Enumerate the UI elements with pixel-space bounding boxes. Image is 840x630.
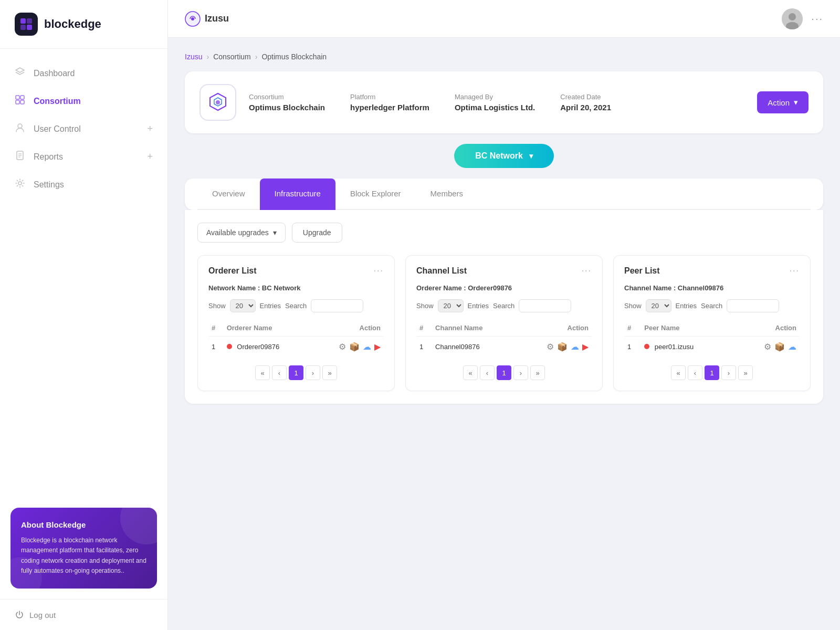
peer-row-num: 1 — [624, 337, 641, 358]
sidebar-label-consortium: Consortium — [34, 97, 81, 106]
channel-network-label: Orderer Name : Orderer09876 — [416, 284, 592, 292]
lists-grid: Orderer List ··· Network Name : BC Netwo… — [197, 255, 811, 391]
orderer-search-input[interactable] — [311, 299, 363, 312]
platform-label: Platform — [350, 93, 429, 101]
channel-row-name: Channel09876 — [432, 337, 516, 358]
peer-gear-icon[interactable]: ⚙ — [764, 342, 771, 352]
peer-list-controls: Show 20 Entries Search — [624, 299, 800, 312]
peer-show-select[interactable]: 20 — [646, 299, 671, 312]
orderer-page-last[interactable]: » — [322, 365, 337, 380]
orderer-search-label: Search — [285, 302, 307, 310]
platform-field: Platform hyperledger Platform — [350, 93, 429, 112]
orderer-page-prev[interactable]: ‹ — [272, 365, 287, 380]
orderer-page-1[interactable]: 1 — [289, 365, 303, 380]
peer-page-last[interactable]: » — [738, 365, 753, 380]
channel-page-1[interactable]: 1 — [497, 365, 511, 380]
peer-list-menu[interactable]: ··· — [790, 266, 800, 276]
peer-page-1[interactable]: 1 — [705, 365, 719, 380]
peer-table: # Peer Name Action 1 peer01.izusu — [624, 320, 800, 357]
peer-box-icon[interactable]: 📦 — [774, 342, 785, 352]
action-dropdown-arrow: ▾ — [794, 98, 798, 107]
breadcrumb-optimus: Optimus Blockchain — [261, 52, 327, 61]
channel-show-select[interactable]: 20 — [438, 299, 464, 312]
orderer-play-icon[interactable]: ▶ — [374, 342, 381, 352]
app-name: blockedge — [44, 17, 101, 31]
sidebar-item-user-control[interactable]: User Control + — [0, 115, 167, 143]
channel-col-num: # — [416, 320, 432, 337]
table-row: 1 peer01.izusu ⚙ 📦 ☁ — [624, 337, 800, 358]
channel-show-label: Show — [416, 302, 434, 310]
orderer-row-action: ⚙ 📦 ☁ ▶ — [312, 337, 384, 358]
channel-play-icon[interactable]: ▶ — [582, 342, 589, 352]
logout-button[interactable]: Log out — [0, 599, 167, 630]
peer-page-next[interactable]: › — [721, 365, 736, 380]
channel-list-header: Channel List ··· — [416, 266, 592, 276]
tab-block-explorer[interactable]: Block Explorer — [335, 178, 416, 210]
app-logo-icon — [15, 13, 38, 36]
channel-list-title: Channel List — [416, 266, 467, 276]
user-control-plus-icon[interactable]: + — [147, 123, 153, 134]
orderer-cloud-icon[interactable]: ☁ — [363, 342, 371, 352]
svg-rect-5 — [20, 96, 24, 99]
svg-rect-0 — [20, 18, 26, 24]
orderer-col-action: Action — [312, 320, 384, 337]
topbar-right: ··· — [782, 8, 823, 29]
sidebar-label-dashboard: Dashboard — [34, 69, 75, 78]
network-selector: BC Network ▾ — [185, 144, 823, 168]
tab-block-explorer-label: Block Explorer — [350, 189, 401, 198]
orderer-page-first[interactable]: « — [255, 365, 270, 380]
network-button[interactable]: BC Network ▾ — [454, 144, 554, 168]
channel-page-last[interactable]: » — [530, 365, 545, 380]
topbar-brand-icon — [185, 11, 201, 27]
orderer-row-name: Orderer09876 — [224, 337, 312, 358]
svg-rect-6 — [16, 100, 19, 104]
channel-page-next[interactable]: › — [513, 365, 528, 380]
consortium-field: Consortium Optimus Blockchain — [249, 93, 325, 112]
reports-plus-icon[interactable]: + — [147, 151, 153, 162]
sidebar-item-settings[interactable]: Settings — [0, 171, 167, 198]
platform-value: hyperledger Platform — [350, 103, 429, 112]
channel-row-num: 1 — [416, 337, 432, 358]
channel-search-input[interactable] — [519, 299, 571, 312]
channel-page-prev[interactable]: ‹ — [480, 365, 495, 380]
nav-menu: Dashboard Consortium — [0, 49, 167, 497]
peer-status-dot — [644, 344, 649, 349]
managed-by-label: Managed By — [455, 93, 535, 101]
tab-members-label: Members — [430, 189, 464, 198]
peer-cloud-icon[interactable]: ☁ — [788, 342, 796, 352]
channel-box-icon[interactable]: 📦 — [557, 342, 568, 352]
sidebar-item-reports[interactable]: Reports + — [0, 143, 167, 171]
table-row: 1 Channel09876 ⚙ 📦 ☁ ▶ — [416, 337, 592, 358]
channel-cloud-icon[interactable]: ☁ — [571, 342, 579, 352]
channel-gear-icon[interactable]: ⚙ — [547, 342, 554, 352]
breadcrumb-izusu[interactable]: Izusu — [185, 52, 202, 61]
about-card-title: About Blockedge — [21, 520, 146, 529]
sidebar-item-dashboard[interactable]: Dashboard — [0, 59, 167, 87]
peer-page-first[interactable]: « — [671, 365, 686, 380]
orderer-gear-icon[interactable]: ⚙ — [339, 342, 346, 352]
tab-members[interactable]: Members — [416, 178, 478, 210]
orderer-page-next[interactable]: › — [306, 365, 320, 380]
sidebar: blockedge Dashboard — [0, 0, 168, 630]
consortium-info-card: Consortium Optimus Blockchain Platform h… — [185, 71, 823, 133]
about-card: About Blockedge Blockedge is a blockchai… — [10, 508, 157, 589]
svg-rect-1 — [27, 18, 32, 24]
orderer-show-select[interactable]: 20 — [230, 299, 256, 312]
table-row: 1 Orderer09876 ⚙ 📦 ☁ — [208, 337, 384, 358]
peer-page-prev[interactable]: ‹ — [688, 365, 702, 380]
orderer-box-icon[interactable]: 📦 — [349, 342, 360, 352]
topbar-more-menu[interactable]: ··· — [811, 13, 823, 25]
peer-search-input[interactable] — [727, 299, 779, 312]
orderer-list-menu[interactable]: ··· — [374, 266, 384, 276]
channel-list-menu[interactable]: ··· — [582, 266, 592, 276]
upgrade-button[interactable]: Upgrade — [292, 223, 342, 243]
channel-page-first[interactable]: « — [463, 365, 478, 380]
action-button[interactable]: Action ▾ — [757, 91, 808, 113]
tab-infrastructure[interactable]: Infrastructure — [260, 178, 335, 210]
tab-overview[interactable]: Overview — [197, 178, 260, 210]
file-icon — [15, 150, 25, 163]
sidebar-item-consortium[interactable]: Consortium — [0, 87, 167, 115]
power-icon — [15, 610, 24, 620]
user-avatar[interactable] — [782, 8, 803, 29]
available-upgrades-select[interactable]: Available upgrades ▾ — [197, 223, 286, 243]
